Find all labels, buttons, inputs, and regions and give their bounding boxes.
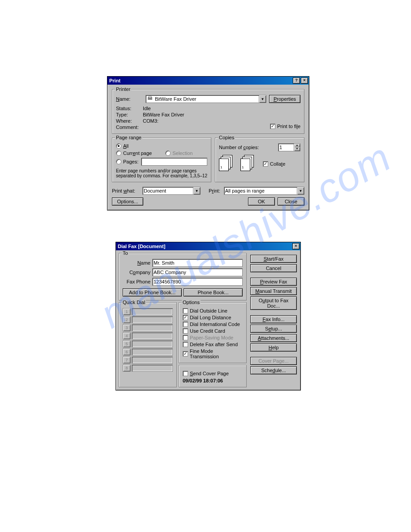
chevron-down-icon[interactable]: ▼ (259, 95, 266, 103)
printer-name-combo[interactable]: BitWare Fax Driver ▼ (146, 95, 266, 103)
print-title: Print (109, 78, 120, 83)
opt-outside-label: Dial Outside Line (190, 308, 227, 313)
fax-name-value: Mr. Smith (154, 260, 174, 266)
print-dialog: Print ? × Printer Name: BitWare Fax Driv… (107, 76, 309, 210)
fax-info-button[interactable]: Fax Info... (250, 315, 297, 323)
collate-checkbox[interactable]: ✓ Collate (263, 161, 285, 167)
fax-phone-input[interactable]: 1234567890 (152, 278, 243, 286)
opt-intl-checkbox[interactable]: Dial International Code (183, 322, 243, 327)
opt-long-checkbox[interactable]: ✓Dial Long Distance (183, 315, 243, 320)
print-to-file-label: Print to file (277, 124, 300, 129)
opt-delete-checkbox[interactable]: Delete Fax after Send (183, 342, 243, 347)
opt-intl-label: Dial International Code (190, 322, 240, 327)
manual-transmit-button[interactable]: Manual Transmit (250, 287, 297, 295)
ok-button[interactable]: OK (248, 197, 275, 206)
help-button[interactable]: Help (250, 343, 297, 352)
type-value: BitWare Fax Driver (143, 112, 184, 117)
print-scope-combo[interactable]: All pages in range ▼ (224, 187, 304, 195)
send-cover-checkbox[interactable]: Send Cover Page (183, 371, 243, 376)
help-icon[interactable]: ? (293, 77, 300, 84)
quickdial-8-slot[interactable] (132, 365, 173, 372)
output-fax-doc-button[interactable]: Output to Fax Doc... (250, 296, 297, 310)
print-to-file-checkbox[interactable]: ✓ Print to file (270, 124, 300, 129)
print-what-combo[interactable]: Document ▼ (142, 187, 201, 195)
cover-group: Send Cover Page 09/02/99 18:07:06 (179, 365, 247, 387)
opt-fine-checkbox[interactable]: ✓Fine Mode Transmission (183, 348, 243, 359)
chevron-down-icon[interactable]: ▼ (193, 187, 200, 194)
opt-paper-label: Paper-Saving Mode (190, 335, 233, 340)
print-what-value: Document (144, 188, 166, 193)
pages-radio[interactable]: Pages: (116, 159, 138, 164)
add-phonebook-button[interactable]: Add to Phone Book... (123, 288, 182, 296)
timestamp-text: 09/02/99 18:07:06 (183, 378, 243, 383)
dialfax-titlebar[interactable]: Dial Fax [Document] × (116, 242, 300, 250)
type-label: Type: (116, 112, 143, 117)
printer-legend: Printer (115, 86, 131, 92)
quickdial-3-button[interactable]: 3 (123, 324, 131, 331)
pages-input[interactable] (141, 158, 207, 166)
copies-group: Copies Number of copies: 1 ▲▼ 321 321 ✓ (215, 137, 304, 182)
quickdial-1-button[interactable]: 1 (123, 308, 131, 315)
current-page-radio[interactable]: Current page (116, 150, 152, 156)
print-label: Print: (209, 188, 220, 193)
phonebook-button[interactable]: Phone Book... (184, 288, 243, 296)
num-copies-label: Number of copies: (219, 145, 259, 150)
quickdial-7-button[interactable]: 7 (123, 356, 131, 364)
opt-credit-checkbox[interactable]: Use Credit Card (183, 328, 243, 334)
quickdial-legend: Quick Dial (122, 300, 146, 305)
close-icon[interactable]: × (292, 243, 300, 249)
quickdial-4-slot[interactable] (132, 332, 173, 339)
copies-spinner[interactable]: 1 ▲▼ (278, 143, 300, 151)
spin-down-icon[interactable]: ▼ (294, 147, 300, 151)
page-range-group: Page range All Current page Selection Pa… (112, 137, 211, 182)
close-icon[interactable]: × (301, 77, 308, 84)
spin-up-icon[interactable]: ▲ (294, 144, 300, 147)
opt-fine-label: Fine Mode Transmission (190, 348, 243, 359)
quickdial-8-button[interactable]: 8 (123, 365, 131, 372)
options-group: Options Dial Outside Line ✓Dial Long Dis… (179, 302, 247, 363)
quickdial-6-slot[interactable] (132, 348, 173, 356)
send-cover-label: Send Cover Page (190, 371, 229, 376)
right-button-panel: Start/Fax Cancel Preview Fax Manual Tran… (249, 253, 298, 387)
dialfax-title: Dial Fax [Document] (118, 244, 165, 249)
copies-value: 1 (279, 145, 282, 150)
options-button[interactable]: Options... (112, 197, 143, 206)
preview-fax-button[interactable]: Preview Fax (250, 278, 297, 286)
quickdial-2-slot[interactable] (132, 316, 173, 323)
fax-company-input[interactable]: ABC Company (152, 268, 243, 276)
setup-button[interactable]: Setup... (250, 325, 297, 333)
cancel-button[interactable]: Cancel (250, 264, 297, 272)
schedule-button[interactable]: Schedule... (250, 366, 297, 374)
print-titlebar[interactable]: Print ? × (107, 77, 309, 85)
opt-paper-checkbox: Paper-Saving Mode (183, 335, 243, 340)
dialfax-dialog: Dial Fax [Document] × To Name Mr. Smith … (116, 242, 301, 390)
start-fax-button[interactable]: Start/Fax (250, 255, 297, 263)
fax-phone-label: Fax Phone (123, 279, 150, 284)
print-what-label: Print what: (112, 188, 139, 193)
quickdial-4-button[interactable]: 4 (123, 332, 131, 339)
opt-outside-checkbox[interactable]: Dial Outside Line (183, 308, 243, 313)
quickdial-5-button[interactable]: 5 (123, 340, 131, 348)
close-button[interactable]: Close (278, 197, 304, 206)
page-range-legend: Page range (115, 135, 142, 140)
chevron-down-icon[interactable]: ▼ (297, 187, 304, 194)
printer-name-value: BitWare Fax Driver (155, 96, 197, 102)
fax-name-input[interactable]: Mr. Smith (152, 259, 243, 267)
to-legend: To (122, 250, 129, 256)
printer-group: Printer Name: BitWare Fax Driver ▼ Prope… (112, 89, 304, 134)
quickdial-7-slot[interactable] (132, 356, 173, 364)
properties-button[interactable]: Properties (269, 95, 300, 103)
opt-long-label: Dial Long Distance (190, 315, 231, 320)
options-legend: Options (182, 300, 201, 305)
all-radio[interactable]: All (116, 143, 128, 149)
copies-legend: Copies (218, 135, 235, 140)
quickdial-3-slot[interactable] (132, 324, 173, 331)
attachments-button[interactable]: Attachments... (250, 334, 297, 342)
quickdial-1-slot[interactable] (132, 308, 173, 315)
quickdial-2-button[interactable]: 2 (123, 316, 131, 323)
quickdial-6-button[interactable]: 6 (123, 348, 131, 356)
quickdial-group: Quick Dial 1 2 3 4 5 6 7 8 (119, 302, 177, 387)
where-value: COM3: (143, 118, 158, 124)
fax-name-label: Name (123, 260, 150, 266)
quickdial-5-slot[interactable] (132, 340, 173, 348)
